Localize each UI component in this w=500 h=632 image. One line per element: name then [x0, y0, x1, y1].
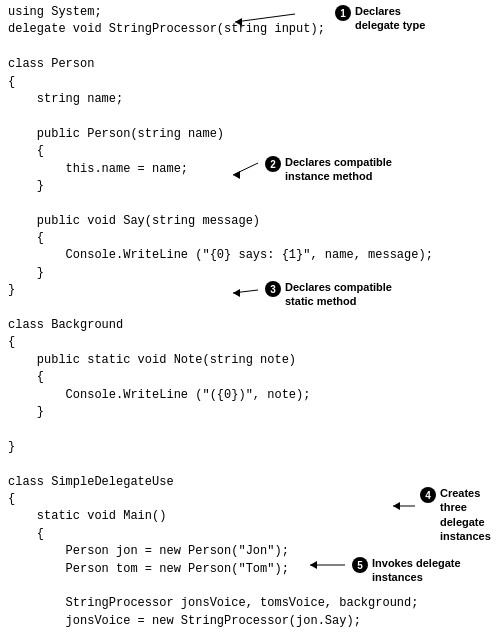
annotation-text-1: Declares delegate type [355, 4, 425, 33]
annotation-text-3: Declares compatible static method [285, 280, 392, 309]
code-line: Console.WriteLine ("{0} says: {1}", name… [8, 247, 492, 264]
code-line: jonsVoice = new StringProcessor(jon.Say)… [8, 613, 492, 630]
code-line: } [8, 282, 492, 299]
code-line: { [8, 369, 492, 386]
annotation-number-5: 5 [352, 557, 368, 573]
code-line: public Person(string name) [8, 126, 492, 143]
code-line: this.name = name; [8, 161, 492, 178]
annotation-3: 3Declares compatible static method [265, 280, 392, 309]
annotation-4: 4Creates three delegate instances [420, 486, 491, 543]
code-line [8, 39, 492, 56]
code-line: string name; [8, 91, 492, 108]
code-line: StringProcessor jonsVoice, tomsVoice, ba… [8, 595, 492, 612]
annotation-text-2: Declares compatible instance method [285, 155, 392, 184]
code-line: { [8, 334, 492, 351]
annotation-number-4: 4 [420, 487, 436, 503]
annotation-2: 2Declares compatible instance method [265, 155, 392, 184]
code-line: class Background [8, 317, 492, 334]
code-line [8, 300, 492, 317]
code-line: { [8, 143, 492, 160]
code-line [8, 108, 492, 125]
code-line: public static void Note(string note) [8, 352, 492, 369]
code-line: } [8, 404, 492, 421]
code-line: } [8, 439, 492, 456]
code-line: { [8, 230, 492, 247]
code-line [8, 421, 492, 438]
annotation-number-3: 3 [265, 281, 281, 297]
code-line [8, 456, 492, 473]
code-line: { [8, 74, 492, 91]
code-line: class Person [8, 56, 492, 73]
code-line: public void Say(string message) [8, 213, 492, 230]
annotation-text-5: Invokes delegate instances [372, 556, 461, 585]
code-line: } [8, 178, 492, 195]
annotation-text-4: Creates three delegate instances [440, 486, 491, 543]
annotation-1: 1Declares delegate type [335, 4, 425, 33]
code-line: } [8, 265, 492, 282]
code-line [8, 195, 492, 212]
annotation-number-2: 2 [265, 156, 281, 172]
code-line: Console.WriteLine ("({0})", note); [8, 387, 492, 404]
annotation-5: 5Invokes delegate instances [352, 556, 461, 585]
annotation-number-1: 1 [335, 5, 351, 21]
